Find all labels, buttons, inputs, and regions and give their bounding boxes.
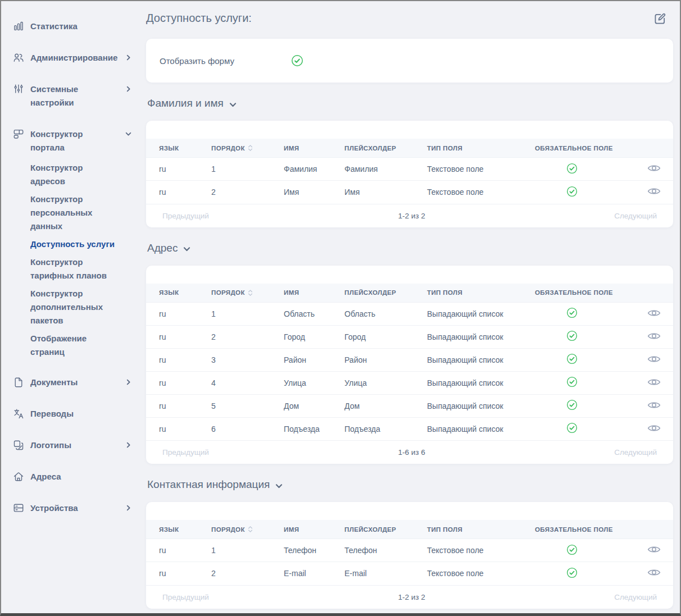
cell-field-type: Выпадающий список <box>427 325 535 348</box>
view-button[interactable] <box>647 568 661 577</box>
column-header-required: ОБЯЗАТЕЛЬНОЕ ПОЛЕ <box>535 139 634 158</box>
check-circle-icon <box>566 567 578 578</box>
column-header-order: ПОРЯДОК <box>211 139 284 158</box>
pagination-next-button[interactable]: Следующий <box>611 448 660 457</box>
sidebar-item-statistics[interactable]: Статистика <box>1 11 142 42</box>
cell-order: 2 <box>211 181 284 204</box>
column-header-name: ИМЯ <box>284 139 344 158</box>
cell-placeholder: Дом <box>344 394 427 417</box>
edit-icon <box>652 11 668 26</box>
view-button[interactable] <box>647 308 661 318</box>
fields-table-card: ЯЗЫКПОРЯДОКИМЯПЛЕЙСХОЛДЕРТИП ПОЛЯОБЯЗАТЕ… <box>146 266 673 464</box>
view-button[interactable] <box>647 423 661 433</box>
eye-icon <box>647 568 661 577</box>
cell-name: Город <box>284 325 344 348</box>
eye-icon <box>647 331 661 341</box>
column-header-label: ПОРЯДОК <box>211 289 245 296</box>
sidebar-item-label: Статистика <box>30 20 78 33</box>
sidebar-item-label: Устройства <box>30 501 78 515</box>
view-button[interactable] <box>647 354 661 364</box>
pagination: Предыдущий 1-2 из 2 Следующий <box>146 585 673 609</box>
app-window: Статистика Администрирование Системные н… <box>0 0 681 616</box>
column-header-language: ЯЗЫК <box>146 284 211 303</box>
cell-placeholder: E-mail <box>344 562 427 585</box>
column-header-name: ИМЯ <box>284 284 344 303</box>
sidebar-item-system-settings[interactable]: Системные настройки <box>1 74 142 118</box>
cell-name: Область <box>284 302 344 325</box>
sidebar-subitem-service-availability[interactable]: Доступность услуги <box>30 235 130 253</box>
view-button[interactable] <box>647 331 661 341</box>
chevron-down-icon <box>229 101 237 108</box>
section-header[interactable]: Адрес <box>147 241 673 255</box>
column-header-field-type: ТИП ПОЛЯ <box>427 139 535 158</box>
view-button[interactable] <box>647 163 661 173</box>
view-button[interactable] <box>647 545 661 554</box>
sidebar-item-logos[interactable]: Логотипы <box>1 430 142 461</box>
cell-order: 4 <box>211 371 284 394</box>
table-row: ru 5 Дом Дом Выпадающий список <box>146 394 673 417</box>
cell-language: ru <box>146 539 211 562</box>
pagination-prev-button[interactable]: Предыдущий <box>159 211 212 221</box>
cell-field-type: Текстовое поле <box>427 181 535 204</box>
check-circle-icon <box>566 163 578 174</box>
chevron-right-icon <box>125 54 131 61</box>
table-header-row: ЯЗЫКПОРЯДОКИМЯПЛЕЙСХОЛДЕРТИП ПОЛЯОБЯЗАТЕ… <box>146 139 673 158</box>
table-row: ru 1 Фамилия Фамилия Текстовое поле <box>146 158 673 181</box>
cell-placeholder: Подъезда <box>344 417 427 440</box>
column-header-placeholder: ПЛЕЙСХОЛДЕР <box>344 520 427 539</box>
view-button[interactable] <box>647 377 661 387</box>
sidebar-item-administration[interactable]: Администрирование <box>1 42 142 74</box>
sidebar-subitem-tariff-constructor[interactable]: Конструктор тарифных планов <box>30 253 114 285</box>
cell-order: 3 <box>211 348 284 371</box>
cell-required <box>535 417 634 440</box>
view-button[interactable] <box>647 400 661 410</box>
sidebar-item-addresses[interactable]: Адреса <box>1 461 142 492</box>
sidebar-item-translations[interactable]: Переводы <box>1 398 142 430</box>
sidebar-item-portal-constructor[interactable]: Конструктор портала <box>1 118 142 163</box>
field-section: Фамилия и имя ЯЗЫКПОРЯДОКИМЯПЛЕЙСХОЛДЕРТ… <box>146 96 673 227</box>
sidebar-item-devices[interactable]: Устройства <box>1 492 142 524</box>
sidebar: Статистика Администрирование Системные н… <box>1 1 142 613</box>
view-button[interactable] <box>647 186 661 196</box>
sidebar-subitem-extra-packages-constructor[interactable]: Конструктор дополнительных пакетов <box>30 285 114 330</box>
cell-placeholder: Город <box>344 325 427 348</box>
cell-language: ru <box>146 302 211 325</box>
table-row: ru 1 Область Область Выпадающий список <box>146 302 673 325</box>
pagination-prev-button[interactable]: Предыдущий <box>159 592 212 602</box>
sidebar-subitem-address-constructor[interactable]: Конструктор адресов <box>30 159 114 190</box>
cell-required <box>535 394 634 417</box>
sort-icon[interactable] <box>248 144 253 152</box>
column-header-field-type: ТИП ПОЛЯ <box>427 284 535 303</box>
section-header[interactable]: Фамилия и имя <box>147 96 673 111</box>
edit-button[interactable] <box>651 10 669 28</box>
sidebar-subitem-pages-display[interactable]: Отображение страниц <box>30 330 114 361</box>
pagination-prev-button[interactable]: Предыдущий <box>159 448 212 457</box>
pagination-next-button[interactable]: Следующий <box>611 211 660 221</box>
cell-order: 1 <box>211 302 284 325</box>
cell-order: 5 <box>211 394 284 417</box>
chevron-right-icon <box>125 86 131 92</box>
check-circle-icon <box>566 544 578 555</box>
cell-name: Имя <box>284 181 344 204</box>
eye-icon <box>647 163 661 173</box>
document-icon <box>12 376 25 389</box>
devices-icon <box>12 502 25 514</box>
sliders-icon <box>12 83 25 95</box>
pagination-next-button[interactable]: Следующий <box>611 592 660 602</box>
column-header-language: ЯЗЫК <box>146 520 211 539</box>
bar-chart-icon <box>12 20 25 33</box>
column-header-language: ЯЗЫК <box>146 139 211 158</box>
sort-icon[interactable] <box>248 289 253 296</box>
table-row: ru 1 Телефон Телефон Текстовое поле <box>146 539 673 562</box>
sidebar-item-documents[interactable]: Документы <box>1 367 142 398</box>
cell-language: ru <box>146 158 211 181</box>
sidebar-subitem-personal-data-constructor[interactable]: Конструктор персональных данных <box>30 190 114 235</box>
cell-language: ru <box>146 325 211 348</box>
section-header[interactable]: Контактная информация <box>147 477 673 492</box>
sort-icon[interactable] <box>248 526 253 533</box>
cell-placeholder: Фамилия <box>344 158 427 181</box>
cell-field-type: Текстовое поле <box>427 539 535 562</box>
cell-actions <box>634 158 673 181</box>
cell-placeholder: Телефон <box>344 539 427 562</box>
chevron-right-icon <box>125 379 131 385</box>
